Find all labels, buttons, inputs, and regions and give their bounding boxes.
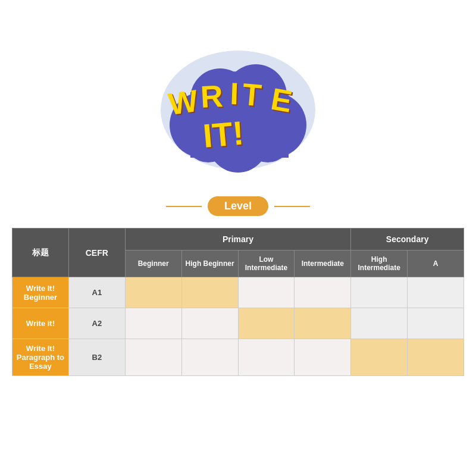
row-cell-1-2	[181, 277, 238, 308]
level-section: Level	[166, 196, 310, 216]
row-cell-3-5	[351, 339, 408, 376]
logo-area: W W R R I I T T E E IT! IT!	[143, 24, 333, 190]
row-cell-1-4	[295, 277, 351, 308]
svg-text:IT!: IT!	[202, 114, 246, 155]
table-wrapper: 标题 CEFR Primary Secondary Beginner High …	[12, 228, 464, 376]
svg-text:T: T	[241, 77, 263, 113]
write-it-logo: W W R R I I T T E E IT! IT!	[149, 33, 327, 181]
row-cell-1-3	[238, 277, 295, 308]
level-table: 标题 CEFR Primary Secondary Beginner High …	[12, 228, 464, 376]
col-header-low-intermediate: Low Intermediate	[238, 250, 295, 277]
col-header-cefr: CEFR	[68, 228, 125, 277]
row-cell-3-2	[181, 339, 238, 376]
level-line-right	[274, 206, 310, 207]
level-badge: Level	[208, 196, 268, 216]
row-cell-3-1	[125, 339, 181, 376]
row-cell-2-3	[238, 308, 295, 339]
col-header-beginner: Beginner	[125, 250, 181, 277]
row-cell-2-1	[125, 308, 181, 339]
col-header-a: A	[408, 250, 464, 277]
row-cell-1-5	[351, 277, 408, 308]
svg-text:I: I	[230, 76, 239, 111]
level-line-left	[166, 206, 202, 207]
col-header-secondary: Secondary	[351, 228, 464, 250]
col-header-high-beginner: High Beginner	[181, 250, 238, 277]
row-cell-1-6	[408, 277, 464, 308]
col-header-primary: Primary	[125, 228, 351, 250]
col-header-high-intermediate: High Intermediate	[351, 250, 408, 277]
col-header-intermediate: Intermediate	[295, 250, 351, 277]
row-cell-2-4	[295, 308, 351, 339]
table-row: Write It! Beginner A1	[12, 277, 464, 308]
row-cell-2-6	[408, 308, 464, 339]
row-cell-2-5	[351, 308, 408, 339]
table-header-group-row: 标题 CEFR Primary Secondary	[12, 228, 464, 250]
table-row: Write it! A2	[12, 308, 464, 339]
row-title-3: Write It! Paragraph to Essay	[12, 339, 69, 376]
row-cell-3-4	[295, 339, 351, 376]
table-row: Write It! Paragraph to Essay B2	[12, 339, 464, 376]
row-cell-3-3	[238, 339, 295, 376]
row-cefr-1: A1	[68, 277, 125, 308]
row-cell-3-6	[408, 339, 464, 376]
row-cefr-2: A2	[68, 308, 125, 339]
row-cell-2-2	[181, 308, 238, 339]
row-cell-1-1	[125, 277, 181, 308]
row-title-2: Write it!	[12, 308, 69, 339]
row-title-1: Write It! Beginner	[12, 277, 69, 308]
col-header-title: 标题	[12, 228, 69, 277]
row-cefr-3: B2	[68, 339, 125, 376]
svg-text:W: W	[166, 83, 201, 121]
svg-text:R: R	[200, 79, 224, 114]
